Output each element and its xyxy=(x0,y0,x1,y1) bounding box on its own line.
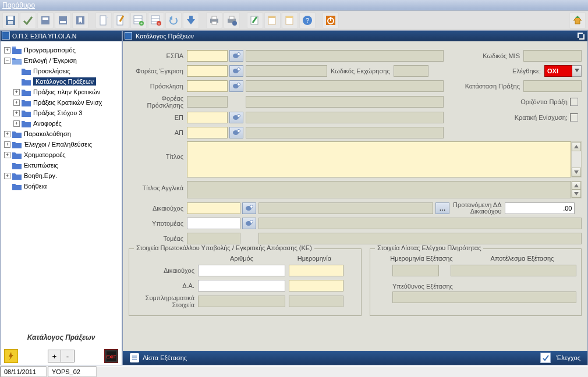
tree-node-katalogos-prakseon[interactable]: Κατάλογος Πράξεων xyxy=(13,76,121,87)
note-edit-icon[interactable] xyxy=(247,12,263,29)
foreas-egkrisis-code-input[interactable] xyxy=(187,65,228,77)
tree-node-proskliseis[interactable]: Προσκλήσεις xyxy=(13,66,121,76)
col-arithmos: Αριθμός xyxy=(198,255,285,262)
ap-descr-input[interactable] xyxy=(246,127,444,138)
ypotomeas-code-input[interactable] xyxy=(187,218,240,229)
panel-icon xyxy=(2,31,10,40)
espa-code-input[interactable] xyxy=(187,50,228,62)
tree-node-prakseis-kratikon[interactable]: +Πράξεις Κρατικών Ενισχ xyxy=(13,97,121,108)
flash-icon[interactable] xyxy=(4,349,18,363)
scroll-down-icon[interactable] xyxy=(572,190,581,198)
tree-node-programmatismos[interactable]: + Προγραμματισμός xyxy=(4,45,121,55)
scroll-up-icon[interactable] xyxy=(572,182,581,190)
dikaiouxos-code-input[interactable] xyxy=(187,202,240,214)
save-icon[interactable] xyxy=(2,12,19,29)
grp1-row1-arith-input[interactable] xyxy=(198,265,285,276)
tomeas-code-input[interactable] xyxy=(187,233,240,244)
page2-icon[interactable] xyxy=(282,12,298,29)
foreas-egkrisis-lov-button[interactable] xyxy=(229,65,243,77)
ep-lov-button[interactable] xyxy=(229,112,243,123)
ok-icon[interactable] xyxy=(20,12,36,29)
print-icon[interactable] xyxy=(206,12,222,29)
collapse-all-button[interactable]: - xyxy=(61,350,74,362)
grid-new-icon[interactable]: + xyxy=(130,12,147,29)
ypeythynos-input[interactable] xyxy=(392,291,576,303)
tree-node-prakseis-stoxou3[interactable]: +Πράξεις Στόχου 3 xyxy=(13,108,121,118)
espa-lov-button[interactable] xyxy=(229,50,243,62)
titlos-en-scrollbar[interactable] xyxy=(571,181,582,198)
im-exetasis-input[interactable] xyxy=(392,265,439,276)
expand-all-button[interactable]: + xyxy=(48,350,61,362)
grp1-row2-arith-input[interactable] xyxy=(198,280,285,291)
home-up-icon[interactable] xyxy=(569,12,586,29)
down-arrow-icon[interactable] xyxy=(183,12,199,29)
kod-ekx-input[interactable] xyxy=(394,65,428,77)
ypotomeas-descr-input[interactable] xyxy=(258,218,582,229)
tree-node-prakseis-plin[interactable]: +Πράξεις πλην Κρατικών xyxy=(13,87,121,97)
grp1-row3-date-input[interactable] xyxy=(289,296,343,307)
elegxos-button[interactable]: Έλεγχος xyxy=(537,352,584,364)
grid-del-icon[interactable]: × xyxy=(148,12,164,29)
proteinomeni-dd-input[interactable] xyxy=(505,202,575,214)
prosklisi-descr-input[interactable] xyxy=(246,80,444,92)
main-panel: Κατάλογος Πράξεων ΕΣΠΑ Κωδικός MIS Φορέα… xyxy=(122,30,588,365)
dikaiouxos-lov-button[interactable] xyxy=(242,202,256,214)
dikaiouxos-more-button[interactable]: … xyxy=(435,202,449,214)
titlos-scrollbar[interactable] xyxy=(571,141,582,177)
lista-exetasis-button[interactable]: Λίστα Εξέτασης xyxy=(126,352,190,364)
power-icon[interactable] xyxy=(323,12,339,29)
foreas-prosklisis-descr-input[interactable] xyxy=(246,96,444,108)
ypotomeas-lov-button[interactable] xyxy=(242,218,256,229)
elegxthike-dropdown[interactable]: ΟΧΙ xyxy=(544,65,572,77)
tree-node-voitheia[interactable]: Βοήθεια xyxy=(4,181,121,191)
foreas-prosklisis-code-input[interactable] xyxy=(187,96,228,108)
tree-node-voithi-erg[interactable]: +Βοηθη.Εργ. xyxy=(4,170,121,181)
nav-tree[interactable]: + Προγραμματισμός − Επιλογή / Έγκριση Πρ… xyxy=(1,41,122,330)
apotelesma-input[interactable] xyxy=(451,265,576,276)
tree-node-parakolouthisi[interactable]: +Παρακολούθηση xyxy=(4,129,121,139)
titlos-textarea[interactable] xyxy=(187,141,571,177)
tomeas-descr-input[interactable] xyxy=(258,233,582,244)
print2-icon[interactable] xyxy=(224,12,240,29)
mis-input[interactable] xyxy=(523,50,582,62)
grp1-row1-date-input[interactable] xyxy=(289,265,343,276)
edit-doc-icon[interactable] xyxy=(113,12,129,29)
new-doc-icon[interactable] xyxy=(95,12,112,29)
ap-lov-button[interactable] xyxy=(229,127,243,138)
maximize-icon[interactable] xyxy=(577,32,585,40)
help-icon[interactable]: ? xyxy=(299,12,316,29)
tree-node-elegxoi[interactable]: +Έλεγχοι / Επαληθεύσεις xyxy=(4,139,121,150)
svg-rect-4 xyxy=(42,17,48,20)
group-protokollou: Στοιχεία Πρωτοκόλλου Υποβολής / Εγκριτικ… xyxy=(129,248,362,316)
dikaiouxos-descr-input[interactable] xyxy=(258,202,433,214)
exit-icon[interactable]: EXIT xyxy=(104,349,118,363)
db3-icon[interactable] xyxy=(72,12,88,29)
undo-icon[interactable] xyxy=(165,12,182,29)
page1-icon[interactable] xyxy=(264,12,281,29)
tree-node-anafores[interactable]: +Αναφορές xyxy=(13,118,121,129)
db2-icon[interactable] xyxy=(55,12,71,29)
titlos-en-textarea[interactable] xyxy=(187,181,571,198)
ep-descr-input[interactable] xyxy=(246,112,444,123)
kratiki-checkbox[interactable] xyxy=(570,113,578,122)
db1-icon[interactable] xyxy=(37,12,54,29)
orizontia-checkbox[interactable] xyxy=(570,98,578,106)
prosklisi-lov-button[interactable] xyxy=(229,80,243,92)
scroll-down-icon[interactable] xyxy=(572,168,581,177)
prosklisi-code-input[interactable] xyxy=(187,80,228,92)
espa-descr-input[interactable] xyxy=(246,50,444,62)
svg-marker-60 xyxy=(574,145,579,148)
tree-node-ektyposeis[interactable]: Εκτυπώσεις xyxy=(4,160,121,170)
ap-code-input[interactable] xyxy=(187,127,228,138)
tree-node-xrimatorroes[interactable]: +Χρηματορροές xyxy=(4,150,121,160)
katastasi-input[interactable] xyxy=(523,80,582,92)
grp1-row3-arith-input[interactable] xyxy=(198,296,285,307)
elegxthike-dropdown-arrow[interactable] xyxy=(572,65,582,77)
scroll-up-icon[interactable] xyxy=(572,142,581,151)
ep-code-input[interactable] xyxy=(187,112,228,123)
menu-window[interactable]: Παράθυρο xyxy=(2,1,35,9)
foreas-egkrisis-descr-input[interactable] xyxy=(246,65,327,77)
group2-title: Στοιχεία Λίστας Ελέγχου Πληρότητας xyxy=(375,244,483,251)
grp1-row2-date-input[interactable] xyxy=(289,280,343,291)
tree-node-epilogi[interactable]: − Επιλογή / Έγκριση xyxy=(4,55,121,66)
